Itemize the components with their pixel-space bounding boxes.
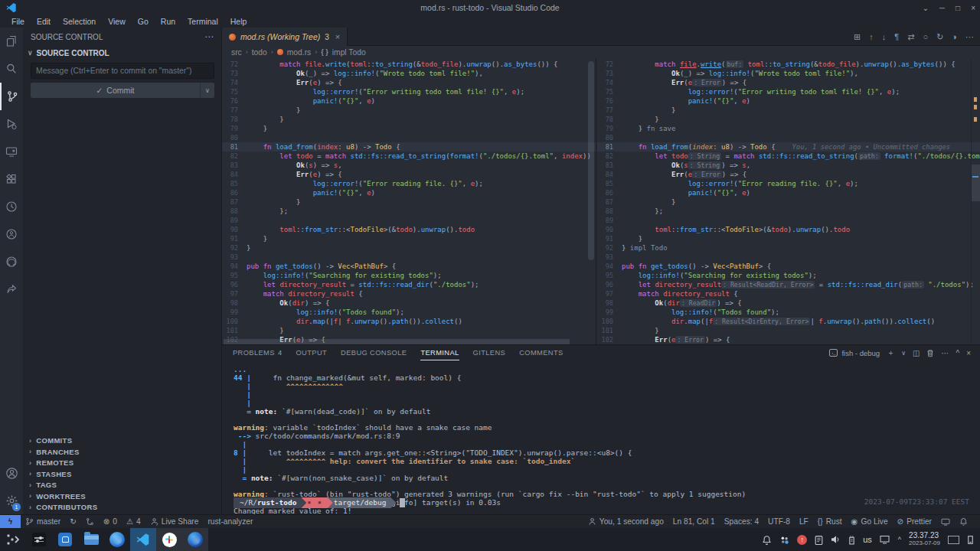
activitybar-source-control[interactable]: [0, 83, 23, 110]
status-gitlens-blame[interactable]: You, 1 second ago: [583, 515, 668, 529]
code-line[interactable]: 78 }: [222, 115, 596, 124]
status-eol[interactable]: LF: [795, 515, 813, 529]
status-live-share[interactable]: Live Share: [145, 515, 204, 529]
code-line[interactable]: 74 Err(e) => {: [222, 78, 596, 87]
inline-view-icon[interactable]: ○: [923, 32, 928, 41]
status-go-live[interactable]: ◉Go Live: [847, 515, 893, 529]
code-line[interactable]: 79 }: [222, 124, 596, 133]
status-encoding[interactable]: UTF-8: [763, 515, 795, 529]
close-panel-icon[interactable]: ×: [966, 349, 971, 357]
code-line[interactable]: 86 panic!("{}", e): [597, 188, 980, 197]
menu-file[interactable]: File: [6, 17, 30, 26]
code-line[interactable]: 91 }: [597, 234, 980, 243]
code-line[interactable]: 81 fn load_from(index: u8) -> Todo {You,…: [597, 142, 980, 152]
status-problems-warnings[interactable]: ⚠4: [122, 515, 145, 529]
code-line[interactable]: 75 log::error!("Error writing todo toml …: [222, 87, 596, 96]
tab-close-icon[interactable]: ×: [335, 32, 340, 41]
taskbar-app-launcher[interactable]: [0, 528, 26, 551]
code-line[interactable]: 94pub fn get_todos() -> Vec<PathBuf> {: [222, 262, 596, 271]
window-maximize-icon[interactable]: □: [956, 4, 960, 12]
code-line[interactable]: 94pub fn get_todos() -> Vec<PathBuf> {: [597, 262, 980, 271]
activitybar-settings[interactable]: 1: [0, 487, 23, 514]
code-line[interactable]: 87 }: [597, 197, 980, 207]
tray-slack-icon[interactable]: [779, 535, 789, 545]
code-line[interactable]: 72 match file.write(buf: toml::to_string…: [597, 60, 980, 69]
left-pane-scrollbar[interactable]: [588, 61, 594, 260]
tray-display-icon[interactable]: [880, 535, 890, 544]
code-line[interactable]: 81 fn load_from(index: u8) -> Todo {: [222, 142, 596, 152]
code-line[interactable]: 84 Err(e) => {: [222, 170, 596, 179]
code-line[interactable]: 82 let todo: String = match std::fs::rea…: [597, 152, 980, 161]
code-line[interactable]: 83 Ok(s: String) => s,: [597, 161, 980, 170]
show-desktop-icon[interactable]: [948, 536, 959, 544]
window-close-icon[interactable]: ×: [971, 4, 975, 12]
status-gitlens-graph[interactable]: [81, 515, 99, 529]
code-line[interactable]: 91 }: [222, 234, 596, 243]
code-line[interactable]: 88 };: [597, 207, 980, 216]
code-line[interactable]: 86 panic!("{}", e): [222, 188, 596, 197]
swap-sides-icon[interactable]: ⇄: [907, 32, 914, 42]
sidebar-section-worktrees[interactable]: ›WORKTREES: [23, 491, 221, 502]
taskbar-settings-app[interactable]: [26, 528, 52, 551]
code-line[interactable]: 73 Ok(_) => log::info!("Wrote todo toml …: [597, 69, 980, 78]
tray-usb-icon[interactable]: [848, 535, 855, 545]
menu-help[interactable]: Help: [225, 17, 253, 26]
activitybar-github[interactable]: [0, 248, 23, 276]
split-terminal-icon[interactable]: ◫: [913, 349, 920, 357]
code-line[interactable]: 102 Err(e: Error) => {: [597, 335, 980, 344]
previous-change-icon[interactable]: ↑: [869, 32, 874, 41]
status-indentation[interactable]: Spaces: 4: [720, 515, 763, 529]
code-line[interactable]: 99 log::info!("Todos found");: [222, 308, 596, 317]
left-pane-hscrollbar[interactable]: [224, 339, 570, 344]
code-line[interactable]: 76 panic!("{}", e): [597, 96, 980, 106]
code-line[interactable]: 92}: [222, 243, 596, 253]
whitespace-icon[interactable]: ¶: [894, 32, 899, 41]
code-line[interactable]: 90 toml::from_str::<TodoFile>(&todo).unw…: [597, 225, 980, 234]
activitybar-share[interactable]: [0, 276, 23, 303]
sidebar-section-stashes[interactable]: ›STASHES: [23, 468, 221, 480]
code-line[interactable]: 96 let directory_result: Result<ReadDir,…: [597, 280, 980, 289]
status-cursor-position[interactable]: Ln 81, Col 1: [668, 515, 720, 529]
status-remote-indicator[interactable]: ϟ: [0, 515, 21, 529]
menu-run[interactable]: Run: [155, 17, 181, 26]
terminal-profile-select[interactable]: ›_ fish - debug: [829, 349, 880, 357]
code-line[interactable]: 88 };: [222, 207, 596, 216]
tab-mod-rs[interactable]: mod.rs (Working Tree) 3 ×: [222, 28, 348, 46]
menu-go[interactable]: Go: [132, 17, 154, 26]
code-line[interactable]: 101 }: [597, 326, 980, 335]
status-prettier[interactable]: ⊘Prettier: [893, 515, 936, 529]
new-terminal-icon[interactable]: ＋: [887, 347, 894, 358]
code-line[interactable]: 89: [597, 216, 980, 225]
sidebar-section-branches[interactable]: ›BRANCHES: [23, 446, 221, 458]
keyboard-layout-indicator[interactable]: us: [863, 535, 872, 544]
activitybar-run-debug[interactable]: [0, 110, 23, 138]
refresh-icon[interactable]: ↻: [936, 32, 943, 42]
code-line[interactable]: 97 match directory_result {: [222, 289, 596, 298]
panel-tab-comments[interactable]: COMMENTS: [519, 345, 563, 360]
code-line[interactable]: 89: [222, 216, 596, 225]
sidebar-section-commits[interactable]: ›COMMITS: [23, 435, 221, 447]
activitybar-timeline[interactable]: [0, 193, 23, 220]
code-line[interactable]: 77 }: [222, 106, 596, 115]
commit-dropdown[interactable]: ∨: [200, 83, 214, 98]
tray-clipboard-icon[interactable]: [815, 535, 823, 545]
open-changes-icon[interactable]: ⊞: [854, 32, 861, 42]
code-line[interactable]: 93: [222, 253, 596, 262]
code-line[interactable]: 83 Ok(s) => s,: [222, 161, 596, 170]
terminal-prompt[interactable]: ~/R/rust-todo ▪ ▪ target/debug 2023-07-0…: [234, 497, 972, 508]
status-git-branch[interactable]: master: [21, 515, 65, 529]
menu-edit[interactable]: Edit: [31, 17, 56, 26]
code-line[interactable]: 96 let directory_result = std::fs::read_…: [222, 280, 596, 289]
activitybar-live-share[interactable]: [0, 220, 23, 248]
code-line[interactable]: 90 toml::from_str::<TodoFile>(&todo).unw…: [222, 225, 596, 234]
sidebar-section-tags[interactable]: ›TAGS: [23, 480, 221, 491]
more-actions-icon[interactable]: ⋯: [965, 32, 974, 42]
code-line[interactable]: 76 panic!("{}", e): [222, 96, 596, 106]
menu-selection[interactable]: Selection: [57, 17, 101, 26]
code-line[interactable]: 85 log::error!("Error reading file. {}",…: [222, 179, 596, 188]
panel-tab-terminal[interactable]: TERMINAL: [420, 345, 459, 360]
menu-terminal[interactable]: Terminal: [182, 17, 224, 26]
activitybar-search[interactable]: [0, 55, 23, 83]
taskbar-clock[interactable]: 23.37.23 2023-07-09: [909, 532, 940, 547]
code-line[interactable]: 95 log::info!("Searching for existing to…: [597, 271, 980, 280]
